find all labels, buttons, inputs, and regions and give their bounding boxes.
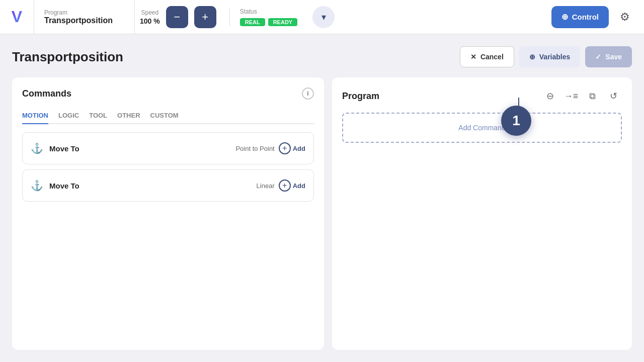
logo-area: V [0,0,34,34]
command-right-point: Point to Point + Add [235,142,305,154]
command-move-to-point[interactable]: ⚓ Move To Point to Point + Add [22,132,314,164]
settings-button[interactable]: ⚙ [614,6,636,28]
app-header: V Program Transportposition Speed 100 % … [0,0,644,34]
page-actions: ✕ Cancel ⊕ Variables ✓ Save [460,46,632,67]
speed-increase-button[interactable]: + [194,6,216,28]
command-name-linear: Move To [49,182,79,190]
control-button[interactable]: ⊕ Control [551,6,609,28]
undo-icon: ↺ [610,90,617,102]
command-left-point: ⚓ Move To [31,142,79,154]
copy-button[interactable]: ⧉ [584,87,601,105]
tab-motion[interactable]: MOTION [22,108,48,124]
cancel-icon: ✕ [470,53,476,61]
variables-button[interactable]: ⊕ Variables [519,46,581,67]
tooltip-number: 1 [512,113,520,129]
step-icon: →≡ [564,91,579,102]
add-point-to-point-button[interactable]: + Add [279,142,305,154]
save-label: Save [605,53,622,61]
add-circle-linear: + [279,179,291,192]
main-content: Transportposition ✕ Cancel ⊕ Variables ✓… [0,34,644,362]
status-area: Status REAL READY [229,8,307,26]
info-icon[interactable]: i [302,87,314,100]
status-real-badge: REAL [240,18,265,26]
zoom-out-button[interactable]: ⊖ [541,87,558,105]
tooltip-bubble: 1 [501,106,531,136]
speed-label: Speed [141,9,159,16]
status-ready-badge: READY [268,18,298,26]
program-info: Program Transportposition [34,0,135,34]
add-label-point: Add [293,145,305,152]
add-linear-button[interactable]: + Add [279,179,305,192]
gear-icon: ⚙ [620,11,630,24]
commands-title: Commands [22,88,71,99]
header-right: ⊕ Control ⚙ [551,6,644,28]
panels-container: Commands i MOTION LOGIC TOOL OTHER CUSTO… [12,77,632,350]
control-icon: ⊕ [561,12,568,22]
move-icon-linear: ⚓ [31,179,43,192]
tab-logic[interactable]: LOGIC [58,108,79,124]
page-header: Transportposition ✕ Cancel ⊕ Variables ✓… [12,46,632,67]
program-panel-title: Program [342,91,379,102]
commands-panel-header: Commands i [22,87,314,100]
program-name: Transportposition [44,16,124,25]
status-dropdown-button[interactable]: ▾ [312,6,335,28]
speed-value: 100 % [140,17,160,25]
add-label-linear: Add [293,182,305,190]
speed-area: Speed 100 % − + [135,6,221,28]
command-right-linear: Linear + Add [257,179,305,192]
checkmark-icon: ✓ [595,53,601,61]
status-label: Status [240,8,257,15]
page-title: Transportposition [12,49,123,65]
speed-decrease-button[interactable]: − [166,6,188,28]
panel-toolbar: ⊖ →≡ ⧉ ↺ [541,87,622,105]
commands-panel: Commands i MOTION LOGIC TOOL OTHER CUSTO… [12,77,324,350]
copy-icon: ⧉ [589,91,596,102]
commands-tabs: MOTION LOGIC TOOL OTHER CUSTOM [22,108,314,124]
control-label: Control [572,13,599,21]
add-command-area[interactable]: Add Command [342,113,622,143]
add-circle-point: + [279,142,291,154]
save-button[interactable]: ✓ Save [585,46,632,67]
variables-label: Variables [539,53,571,61]
move-icon-point: ⚓ [31,142,43,154]
command-left-linear: ⚓ Move To [31,179,79,192]
command-move-to-linear[interactable]: ⚓ Move To Linear + Add [22,169,314,202]
add-command-text: Add Command [458,124,505,132]
step-into-button[interactable]: →≡ [562,87,580,105]
tab-custom[interactable]: CUSTOM [150,108,179,124]
program-panel-header: Program ⊖ →≡ ⧉ ↺ [342,87,622,105]
program-panel: 1 Program ⊖ →≡ ⧉ ↺ [332,77,632,350]
command-type-point: Point to Point [235,145,274,152]
undo-button[interactable]: ↺ [605,87,622,105]
tab-tool[interactable]: TOOL [89,108,107,124]
cancel-label: Cancel [480,53,504,61]
tab-other[interactable]: OTHER [117,108,140,124]
command-name-point: Move To [49,144,79,153]
variables-icon: ⊕ [529,53,535,61]
status-badges: REAL READY [240,18,297,26]
program-label: Program [44,9,124,16]
command-type-linear: Linear [257,182,275,190]
minus-circle-icon: ⊖ [546,90,554,102]
chevron-down-icon: ▾ [321,12,326,23]
logo-icon: V [12,8,22,26]
cancel-button[interactable]: ✕ Cancel [460,46,514,67]
